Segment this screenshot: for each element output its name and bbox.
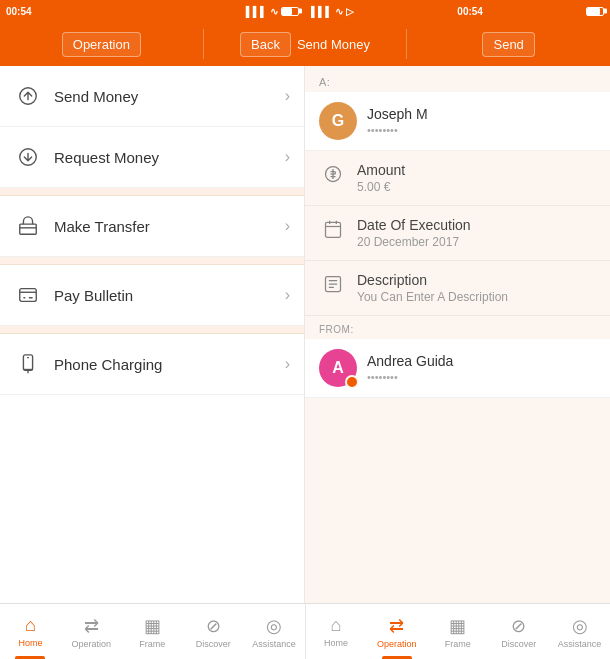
description-placeholder: You Can Enter A Description [357, 290, 508, 304]
svg-rect-8 [326, 222, 341, 237]
wifi-icon: ∿ [270, 6, 278, 17]
recipient-avatar: G [319, 102, 357, 140]
menu-item-pay-bulletin[interactable]: Pay Bulletin › [0, 265, 304, 326]
menu-separator-2 [0, 257, 304, 265]
assistance-icon-left: ◎ [266, 615, 282, 637]
assistance-label-left: Assistance [252, 639, 296, 649]
phone-charging-icon [14, 350, 42, 378]
frame-icon-left: ▦ [144, 615, 161, 637]
sender-name: Andrea Guida [367, 353, 453, 369]
menu-item-make-transfer[interactable]: Make Transfer › [0, 196, 304, 257]
send-money-nav: Send Money [297, 37, 370, 52]
tab-discover-right[interactable]: ⊘ Discover [488, 604, 549, 659]
home-label-right: Home [324, 638, 348, 648]
discover-label-left: Discover [196, 639, 231, 649]
to-label: A: [305, 66, 610, 92]
menu-item-phone-charging[interactable]: Phone Charging › [0, 334, 304, 395]
sender-row: A Andrea Guida •••••••• [305, 339, 610, 398]
tab-bar: ⌂ Home ⇄ Operation ▦ Frame ⊘ Discover ◎ … [0, 603, 610, 659]
status-icons-left: ▌▌▌ ∿ [246, 6, 299, 17]
tab-assistance-left[interactable]: ◎ Assistance [244, 604, 305, 659]
date-value: 20 December 2017 [357, 235, 471, 249]
frame-label-right: Frame [445, 639, 471, 649]
home-label-left: Home [18, 638, 42, 648]
operation-icon-left: ⇄ [84, 615, 99, 637]
home-icon-right: ⌂ [331, 615, 342, 636]
tab-home-right[interactable]: ⌂ Home [306, 604, 367, 659]
nav-right-section: Send [407, 22, 610, 66]
sender-info: Andrea Guida •••••••• [367, 353, 453, 383]
send-money-icon [14, 82, 42, 110]
date-label: Date Of Execution [357, 217, 471, 233]
assistance-label-right: Assistance [558, 639, 602, 649]
date-row[interactable]: Date Of Execution 20 December 2017 [305, 206, 610, 261]
time-right: 00:54 [457, 6, 483, 17]
date-content: Date Of Execution 20 December 2017 [357, 217, 471, 249]
send-money-label: Send Money [54, 88, 285, 105]
make-transfer-chevron: › [285, 217, 290, 235]
amount-label: Amount [357, 162, 405, 178]
sender-sub: •••••••• [367, 371, 453, 383]
battery-left [281, 7, 299, 16]
time-left: 00:54 [6, 6, 32, 17]
nav-bar: Operation Back Send Money Send [0, 22, 610, 66]
tab-assistance-right[interactable]: ◎ Assistance [549, 604, 610, 659]
tab-operation-left[interactable]: ⇄ Operation [61, 604, 122, 659]
recipient-initial: G [332, 112, 344, 130]
back-button[interactable]: Back [240, 32, 291, 57]
operation-label-left: Operation [72, 639, 112, 649]
amount-value: 5.00 € [357, 180, 405, 194]
tab-operation-right[interactable]: ⇄ Operation [366, 604, 427, 659]
amount-row[interactable]: Amount 5.00 € [305, 151, 610, 206]
menu-separator-1 [0, 188, 304, 196]
svg-rect-2 [20, 224, 37, 234]
tab-discover-left[interactable]: ⊘ Discover [183, 604, 244, 659]
status-bar-left: 00:54 ▌▌▌ ∿ [0, 0, 305, 22]
status-bar-container: 00:54 ▌▌▌ ∿ ▌▌▌ ∿ ▷ 00:54 [0, 0, 610, 22]
tab-frame-left[interactable]: ▦ Frame [122, 604, 183, 659]
svg-rect-4 [20, 289, 37, 302]
wifi-icon-right: ∿ [335, 6, 343, 17]
from-label: FROM: [305, 316, 610, 339]
signal-icon-right: ▌▌▌ [311, 6, 332, 17]
tab-home-left[interactable]: ⌂ Home [0, 604, 61, 659]
pay-bulletin-icon [14, 281, 42, 309]
discover-icon-left: ⊘ [206, 615, 221, 637]
phone-charging-label: Phone Charging [54, 356, 285, 373]
discover-label-right: Discover [501, 639, 536, 649]
operation-icon-right: ⇄ [389, 615, 404, 637]
right-panel: A: G Joseph M •••••••• Amount 5.00 € [305, 66, 610, 603]
recipient-row: G Joseph M •••••••• [305, 92, 610, 151]
description-content: Description You Can Enter A Description [357, 272, 508, 304]
tab-section-right: ⌂ Home ⇄ Operation ▦ Frame ⊘ Discover ◎ … [306, 604, 611, 659]
recipient-sub: •••••••• [367, 124, 428, 136]
main-content: Send Money › Request Money › [0, 66, 610, 603]
frame-label-left: Frame [139, 639, 165, 649]
menu-item-send-money[interactable]: Send Money › [0, 66, 304, 127]
signal-icon: ▌▌▌ [246, 6, 267, 17]
tab-frame-right[interactable]: ▦ Frame [427, 604, 488, 659]
discover-icon-right: ⊘ [511, 615, 526, 637]
request-money-label: Request Money [54, 149, 285, 166]
send-button[interactable]: Send [482, 32, 534, 57]
request-money-chevron: › [285, 148, 290, 166]
sender-avatar: A [319, 349, 357, 387]
amount-content: Amount 5.00 € [357, 162, 405, 194]
tab-section-left: ⌂ Home ⇄ Operation ▦ Frame ⊘ Discover ◎ … [0, 604, 306, 659]
recipient-info: Joseph M •••••••• [367, 106, 428, 136]
description-row[interactable]: Description You Can Enter A Description [305, 261, 610, 316]
left-panel: Send Money › Request Money › [0, 66, 305, 603]
nav-left-section: Operation [0, 22, 203, 66]
phone-charging-chevron: › [285, 355, 290, 373]
operation-button[interactable]: Operation [62, 32, 141, 57]
frame-icon-right: ▦ [449, 615, 466, 637]
description-label: Description [357, 272, 508, 288]
request-money-icon [14, 143, 42, 171]
recipient-name: Joseph M [367, 106, 428, 122]
status-icons-right: ▌▌▌ ∿ ▷ [311, 6, 354, 17]
sender-initial: A [332, 359, 344, 377]
date-icon [319, 219, 347, 239]
menu-item-request-money[interactable]: Request Money › [0, 127, 304, 188]
amount-icon [319, 164, 347, 184]
send-money-chevron: › [285, 87, 290, 105]
